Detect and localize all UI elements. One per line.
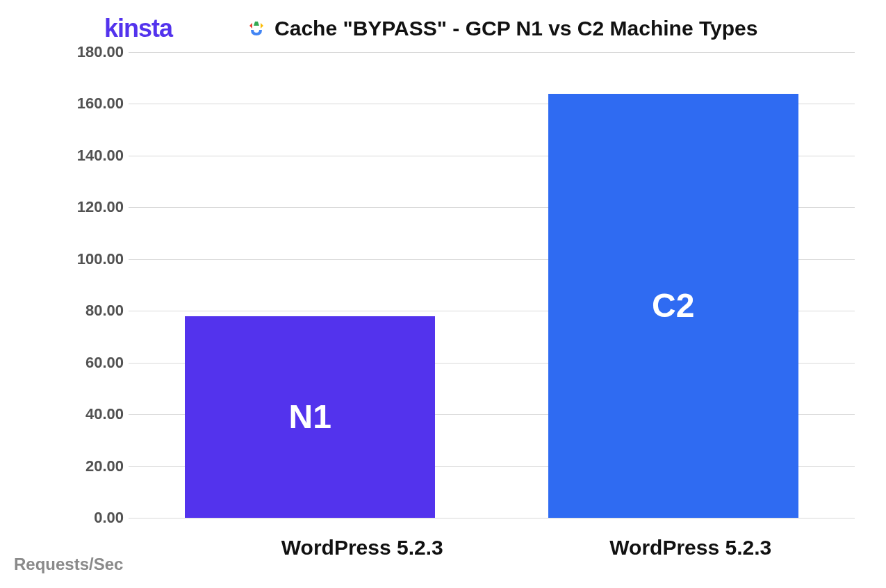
bars-container: N1C2: [129, 52, 855, 518]
y-tick-label: 180.00: [69, 43, 124, 61]
kinsta-logo: kinsta: [104, 14, 172, 43]
title-wrap: Cache "BYPASS" - GCP N1 vs C2 Machine Ty…: [245, 17, 757, 40]
x-tick-label: WordPress 5.2.3: [198, 536, 527, 560]
x-tick-label: WordPress 5.2.3: [527, 536, 855, 560]
y-tick-label: 60.00: [69, 354, 124, 372]
y-tick-label: 100.00: [69, 250, 124, 268]
y-tick-label: 20.00: [69, 457, 124, 475]
y-tick-label: 120.00: [69, 198, 124, 216]
chart-title: Cache "BYPASS" - GCP N1 vs C2 Machine Ty…: [274, 17, 757, 40]
y-axis-label: Requests/Sec: [14, 555, 123, 574]
x-axis-labels: WordPress 5.2.3WordPress 5.2.3: [198, 536, 855, 560]
chart-header: kinsta Cache "BYPASS" - GCP N1 vs C2 Mac…: [0, 14, 886, 43]
google-cloud-icon: [245, 17, 268, 40]
y-tick-label: 0.00: [69, 509, 124, 527]
bar-c2: C2: [548, 94, 798, 518]
y-tick-label: 40.00: [69, 405, 124, 423]
bar-n1: N1: [185, 316, 435, 518]
y-tick-label: 160.00: [69, 95, 124, 113]
bar-label: C2: [652, 286, 694, 325]
chart-area: N1C2 WordPress 5.2.3WordPress 5.2.3 0.00…: [69, 52, 855, 518]
bar-slot: N1: [129, 52, 492, 518]
y-tick-label: 80.00: [69, 302, 124, 320]
gridline: [129, 518, 855, 518]
bar-slot: C2: [492, 52, 855, 518]
bar-label: N1: [289, 398, 331, 436]
y-tick-label: 140.00: [69, 147, 124, 165]
